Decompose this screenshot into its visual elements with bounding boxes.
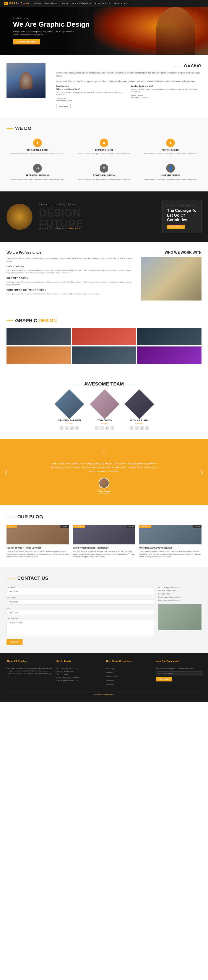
member-0-name: BENJAMIN SARAMAN: [58, 419, 81, 422]
testimonial-avatar: [98, 478, 110, 488]
blog-title-0[interactable]: Reason To Hire A Iconic Designer: [6, 547, 69, 549]
banner-lion-graphic: [6, 204, 32, 230]
col3-name: Toril Synnes: [56, 97, 127, 100]
footer-subscribe-button[interactable]: SUBSCRIBE: [156, 677, 172, 681]
item-2-title: POSTER DESIGN: [141, 149, 199, 151]
gallery-photo-5: [72, 347, 136, 364]
footer-contact-title: Get In Touch: [56, 660, 102, 664]
contemporary-print-heading: CONTEMPORARY PRINT DESIGN: [6, 289, 134, 291]
hero-section: Professional We Are Graphic Design Excep…: [0, 7, 208, 55]
contact-info-panel: No. 12 Wahyou Place Street, Blackbell, U…: [158, 586, 202, 644]
testimonial-quote-mark: ": [6, 450, 202, 458]
banner-box-pre: CREATIVITY REQUIRES: [167, 205, 197, 207]
we-do-item-0: ★ AFFORDABLE LOGO Eius sed ulore veniam,…: [6, 136, 69, 158]
who-col-development: Development What is graphic printing? Se…: [56, 85, 127, 102]
who-section-header: WE ARE?: [56, 63, 202, 68]
who-right-content: WE ARE? Lorem dolec sit amet venean dele…: [50, 63, 202, 108]
nav-contact[interactable]: CONTACT US: [95, 2, 110, 5]
member-1-name: TONY BROWN: [94, 419, 116, 422]
footer-community-col: Join Our Community Sign up to receive em…: [156, 660, 202, 686]
contemporary-print-text: Lorem ipsum dolor sit amet consectetur a…: [6, 293, 134, 296]
blog-image-1: September 12 Creative: [73, 525, 135, 544]
banner-learn-more-button[interactable]: LEARN MORE: [167, 224, 184, 229]
blog-header: OUR BLOG: [6, 514, 202, 520]
we-do-item-4: ✉ STATIONERY DESIGN Eius sed ulore venia…: [73, 162, 135, 183]
item-3-title: REDESIGN / REBRAND: [9, 174, 67, 177]
blog-post-1: September 12 Creative When Website Desig…: [73, 525, 135, 558]
member-2-linkedin[interactable]: in: [145, 426, 149, 430]
blog-title-2[interactable]: More Ideas Are Always Realistic: [139, 547, 202, 549]
we-do-items-row2: ↺ REDESIGN / REBRAND Eius sed ulore veni…: [6, 162, 202, 183]
footer-link-consulting: Consulting: [106, 682, 152, 686]
identity-design-text: Lorem ipsum dolor sit amet consectetur a…: [6, 281, 134, 286]
item-5-text: Eius sed ulore veniam, quis nostrud exer…: [141, 178, 199, 181]
who-work-title: WHO WE WORK WITH: [165, 251, 202, 255]
member-1-linkedin[interactable]: in: [111, 426, 114, 430]
name-field-group: Your Name *: [6, 586, 154, 594]
hero-cta-button[interactable]: DISCOVER MORE: [13, 39, 40, 45]
name-input[interactable]: [6, 589, 154, 594]
contact-form-fields: Your Name * Your Email * Logo * Your Mes…: [6, 586, 154, 644]
nav-blog[interactable]: BLOG: [62, 2, 68, 5]
development-label: Development: [56, 85, 127, 87]
message-input[interactable]: [6, 620, 154, 635]
member-1-facebook[interactable]: f: [95, 426, 99, 430]
contact-submit-button[interactable]: SUBMIT: [6, 640, 22, 644]
we-do-item-5: 👤 UNIFORM DESIGN Eius sed ulore veniam, …: [139, 162, 202, 183]
member-1-gplus[interactable]: g+: [105, 426, 109, 430]
blog-title-1[interactable]: When Website Design Themselves: [73, 547, 135, 549]
member-0-gplus[interactable]: g+: [70, 426, 74, 430]
member-2-gplus[interactable]: g+: [140, 426, 144, 430]
footer-email-input[interactable]: [156, 671, 202, 676]
blog-line: [6, 517, 15, 517]
item-4-text: Eius sed ulore veniam, quis nostrud exer…: [75, 178, 133, 181]
professionals-left: We are Professionals Contetur adipiscing…: [6, 251, 134, 301]
banner-box-title: The Courage To Let Go Of Certainties: [167, 208, 197, 223]
member-1-twitter[interactable]: t: [100, 426, 104, 430]
member-1-role: Designer: [94, 423, 116, 425]
banner-text-content: CREATIVITY REQUIRES DESIGN FUTURE WE MAK…: [39, 204, 162, 230]
member-0-linkedin[interactable]: in: [75, 426, 79, 430]
blog-section: OUR BLOG January 25 Creative Reason To H…: [0, 505, 208, 567]
testimonial-next-arrow[interactable]: ❯: [200, 469, 204, 475]
member-0-facebook[interactable]: f: [60, 426, 64, 430]
testimonial-name: Chris Brown: [6, 490, 202, 493]
nav-account[interactable]: MY ACCOUNT: [114, 2, 130, 5]
site-logo[interactable]: ET GRAPHIC: [4, 2, 23, 5]
read-more-link[interactable]: Read More: [56, 104, 71, 108]
contact-line: [6, 578, 15, 579]
nav-woocommerce[interactable]: WOOCOMMERCE: [72, 2, 91, 5]
col1-text: Sed ut perspiciatis unde omnis iste natu…: [56, 91, 127, 96]
member-2-facebook[interactable]: f: [130, 426, 133, 430]
nav-features[interactable]: FEATURES: [45, 2, 58, 5]
email-label: Your Email *: [6, 597, 154, 599]
item-1-text: Eius sed ulore veniam, quis nostrud exer…: [75, 153, 133, 155]
contact-address: No. 12 Wahyou Place Street, Blackbell, U…: [158, 586, 202, 602]
banner-big-title: DESIGN FUTURE: [39, 207, 162, 229]
nav-pages[interactable]: PAGES: [33, 2, 41, 5]
who-columns: Development What is graphic printing? Se…: [56, 85, 202, 102]
we-do-header: WE DO: [6, 126, 202, 131]
footer: About ET Graphic Lorem ipsum dolor sit a…: [0, 653, 208, 702]
member-2-twitter[interactable]: t: [135, 426, 139, 430]
blog-post-2: September 22 Creative More Ideas Are Alw…: [139, 525, 202, 558]
nav-links: HOME PAGES FEATURES BLOG WOOCOMMERCE CON…: [23, 2, 130, 5]
member-0-twitter[interactable]: t: [65, 426, 69, 430]
blog-date-0: January 25: [6, 525, 17, 528]
member-2-role: Developer: [129, 423, 150, 425]
team-section: AWESOME TEAM BENJAMIN SARAMAN Director f…: [0, 372, 208, 439]
who-image: [6, 63, 46, 98]
contact-form-wrapper: Your Name * Your Email * Logo * Your Mes…: [6, 586, 202, 644]
nav-home[interactable]: HOME: [23, 2, 30, 5]
uniform-icon: 👤: [166, 164, 175, 173]
message-label: Your Message *: [6, 617, 154, 619]
footer-about-text: Lorem ipsum dolor sit amet, consectetur …: [6, 667, 52, 678]
blog-image-0: January 25 Creative: [6, 525, 69, 544]
email-input[interactable]: [6, 599, 154, 605]
testimonial-prev-arrow[interactable]: ❮: [4, 469, 8, 475]
logo-graphic: GRAPHIC: [10, 2, 23, 5]
logo-input[interactable]: [6, 610, 154, 615]
stationery-icon: ✉: [100, 164, 108, 173]
col4-name: Stebbs Labyrto: [131, 94, 202, 97]
hero-title: We Are Graphic Design: [13, 21, 90, 28]
